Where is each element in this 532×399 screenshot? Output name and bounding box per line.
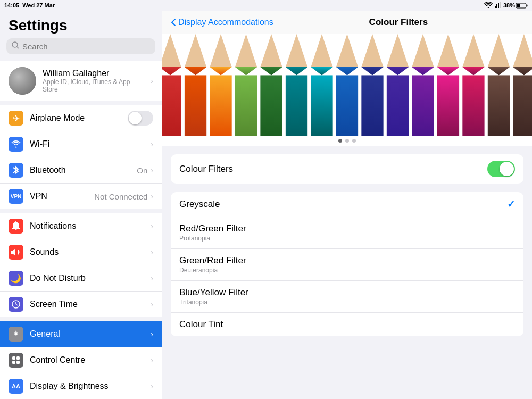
- sidebar-item-general[interactable]: General ›: [0, 321, 162, 347]
- svg-marker-55: [462, 34, 484, 67]
- bluetooth-icon: [9, 163, 23, 178]
- pencils-svg: [162, 34, 532, 136]
- settings-group-general: General › Control Centre › AA Display & …: [0, 321, 162, 399]
- svg-marker-41: [336, 67, 358, 75]
- sidebar-item-controlcentre[interactable]: Control Centre ›: [0, 347, 162, 373]
- svg-rect-60: [488, 75, 510, 136]
- svg-marker-37: [311, 34, 332, 67]
- colour-filters-row: Colour Filters: [171, 154, 523, 184]
- donotdisturb-icon: 🌙: [9, 271, 23, 286]
- svg-rect-24: [185, 75, 206, 136]
- nav-title: Colour Filters: [273, 17, 523, 28]
- svg-rect-6: [517, 4, 520, 7]
- svg-marker-56: [462, 67, 484, 75]
- sidebar-item-bluetooth[interactable]: Bluetooth On ›: [0, 157, 162, 184]
- svg-rect-39: [311, 75, 332, 136]
- svg-point-7: [12, 42, 18, 47]
- svg-line-11: [16, 304, 18, 305]
- sidebar-item-label-general: General: [30, 329, 151, 339]
- svg-marker-62: [513, 67, 532, 75]
- svg-marker-32: [260, 67, 282, 75]
- sidebar-item-label-donotdisturb: Do Not Disturb: [30, 273, 151, 283]
- sidebar-item-airplane[interactable]: ✈ Airplane Mode: [0, 105, 162, 131]
- vpn-icon: VPN: [9, 189, 23, 204]
- sidebar-item-label-screentime: Screen Time: [30, 300, 151, 309]
- notifications-icon: [9, 219, 23, 234]
- svg-rect-19: [162, 75, 181, 136]
- dot-2[interactable]: [345, 139, 349, 143]
- svg-marker-44: [361, 67, 383, 75]
- svg-rect-15: [12, 361, 15, 364]
- status-bar: 14:05 Wed 27 Mar 38%: [0, 0, 532, 11]
- sidebar-item-wifi[interactable]: Wi-Fi ›: [0, 131, 162, 157]
- bluetooth-chevron-icon: ›: [151, 166, 153, 174]
- filter-option-colourtint[interactable]: Colour Tint: [171, 313, 523, 336]
- general-chevron-icon: ›: [151, 330, 153, 338]
- search-icon: [12, 41, 19, 51]
- svg-line-8: [17, 47, 19, 48]
- svg-rect-36: [286, 75, 307, 136]
- sidebar-item-screentime[interactable]: Screen Time ›: [0, 292, 162, 317]
- pencils-area: [162, 34, 532, 146]
- back-label: Display Accommodations: [178, 18, 273, 27]
- filter-option-redgreen[interactable]: Red/Green Filter Protanopia: [171, 217, 523, 249]
- filter-option-blueyellow[interactable]: Blue/Yellow Filter Tritanopia: [171, 281, 523, 313]
- svg-marker-47: [387, 67, 409, 75]
- dot-3[interactable]: [352, 139, 356, 143]
- svg-rect-33: [260, 75, 282, 136]
- bluetooth-value: On: [137, 166, 147, 175]
- sidebar-item-notifications[interactable]: Notifications ›: [0, 213, 162, 239]
- user-name: William Gallagher: [43, 69, 144, 78]
- status-time: 14:05: [4, 2, 19, 9]
- svg-rect-3: [500, 2, 501, 8]
- search-bar[interactable]: [6, 38, 155, 54]
- svg-marker-49: [412, 34, 434, 67]
- svg-marker-23: [185, 67, 206, 75]
- sidebar-item-donotdisturb[interactable]: 🌙 Do Not Disturb ›: [0, 265, 162, 292]
- controlcentre-chevron-icon: ›: [151, 356, 153, 364]
- sidebar-item-label-displaybrightness: Display & Brightness: [30, 381, 151, 391]
- svg-marker-17: [162, 34, 181, 67]
- svg-marker-29: [235, 67, 257, 75]
- content-area: Colour Filters Greyscale ✓ Red/Green Fil…: [162, 146, 532, 399]
- svg-rect-48: [387, 75, 409, 136]
- search-input[interactable]: [22, 42, 150, 51]
- signal-icon: [495, 2, 501, 9]
- user-profile[interactable]: William Gallagher Apple ID, iCloud, iTun…: [0, 61, 162, 101]
- svg-marker-18: [162, 67, 181, 75]
- svg-rect-13: [12, 356, 15, 360]
- greenred-subtitle: Deuteranopia: [179, 267, 515, 274]
- svg-marker-61: [513, 34, 532, 67]
- back-button[interactable]: Display Accommodations: [171, 18, 273, 27]
- colourtint-title: Colour Tint: [179, 319, 515, 330]
- svg-marker-22: [185, 34, 206, 67]
- settings-group-notifications: Notifications › Sounds › 🌙 Do Not Distur…: [0, 213, 162, 317]
- sidebar-item-vpn[interactable]: VPN VPN Not Connected ›: [0, 184, 162, 209]
- airplane-toggle[interactable]: [128, 111, 153, 126]
- user-chevron-icon: ›: [151, 77, 153, 85]
- app-container: Settings William Gallagher Apple ID, iCl…: [0, 11, 532, 399]
- svg-rect-45: [361, 75, 383, 136]
- battery-status: 38%: [503, 2, 528, 9]
- sidebar-item-label-wifi: Wi-Fi: [30, 139, 147, 149]
- right-panel: Display Accommodations Colour Filters: [162, 11, 532, 399]
- svg-marker-46: [387, 34, 409, 67]
- sidebar-item-displaybrightness[interactable]: AA Display & Brightness ›: [0, 373, 162, 399]
- sounds-chevron-icon: ›: [151, 248, 153, 256]
- page-dots: [162, 136, 532, 146]
- sidebar-item-sounds[interactable]: Sounds ›: [0, 239, 162, 265]
- blueyellow-subtitle: Tritanopia: [179, 298, 515, 306]
- filter-option-greyscale[interactable]: Greyscale ✓: [171, 192, 523, 217]
- svg-rect-54: [437, 75, 459, 136]
- svg-rect-27: [210, 75, 231, 136]
- greyscale-checkmark: ✓: [507, 198, 515, 210]
- vpn-value: Not Connected: [94, 192, 147, 201]
- svg-marker-28: [235, 34, 257, 67]
- svg-rect-5: [527, 4, 528, 6]
- displaybrightness-chevron-icon: ›: [151, 382, 153, 390]
- dot-1[interactable]: [338, 139, 342, 143]
- filter-option-greenred[interactable]: Green/Red Filter Deuteranopia: [171, 249, 523, 281]
- colour-filters-toggle[interactable]: [487, 161, 515, 177]
- svg-rect-0: [495, 6, 496, 8]
- donotdisturb-chevron-icon: ›: [151, 274, 153, 282]
